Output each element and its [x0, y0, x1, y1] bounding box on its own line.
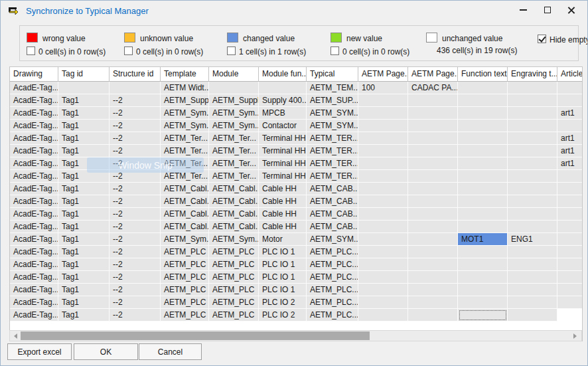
table-cell[interactable]: [508, 82, 557, 94]
table-cell[interactable]: Terminal HH: [259, 170, 307, 183]
table-cell[interactable]: Tag1: [58, 246, 110, 258]
table-cell[interactable]: [209, 82, 259, 94]
table-cell[interactable]: [408, 233, 458, 246]
table-cell[interactable]: Tag1: [58, 208, 110, 221]
table-cell[interactable]: AETM_PLC...: [307, 284, 358, 296]
table-cell[interactable]: Tag1: [58, 271, 110, 284]
table-cell[interactable]: [358, 309, 408, 321]
column-header-7[interactable]: Typical: [307, 67, 358, 82]
table-cell[interactable]: [508, 208, 557, 221]
table-cell[interactable]: [358, 170, 408, 183]
table-cell[interactable]: AETM_PLC: [209, 258, 259, 271]
table-cell[interactable]: AETM_Sym...: [161, 233, 209, 246]
table-cell[interactable]: --2: [110, 309, 161, 321]
table-cell[interactable]: AETM_Ter...: [209, 157, 259, 170]
table-cell[interactable]: --2: [110, 157, 161, 170]
cancel-button[interactable]: Cancel: [139, 343, 202, 360]
table-cell[interactable]: AcadE-Tag...: [10, 132, 58, 145]
table-cell[interactable]: Tag1: [58, 183, 110, 195]
hide-empty-checkbox[interactable]: [538, 35, 546, 43]
table-cell[interactable]: Cable HH: [259, 208, 307, 221]
table-cell[interactable]: [408, 195, 458, 208]
table-cell[interactable]: [557, 94, 582, 107]
table-cell[interactable]: [458, 284, 508, 296]
table-cell[interactable]: [508, 258, 557, 271]
column-header-11[interactable]: Engraving t...: [508, 67, 557, 82]
table-cell[interactable]: PLC IO 2: [259, 309, 307, 321]
table-cell[interactable]: [408, 309, 458, 321]
table-cell[interactable]: PLC IO 2: [259, 296, 307, 309]
table-cell[interactable]: [458, 107, 508, 120]
table-cell[interactable]: Tag1: [58, 258, 110, 271]
table-cell[interactable]: AETM_CAB...: [307, 221, 358, 233]
table-cell[interactable]: [358, 94, 408, 107]
table-cell[interactable]: Tag1: [58, 221, 110, 233]
table-cell[interactable]: AETM_CAB...: [307, 208, 358, 221]
table-cell[interactable]: Tag1: [58, 132, 110, 145]
table-cell[interactable]: Supply 400...: [259, 94, 307, 107]
table-cell[interactable]: AETM_PLC: [209, 296, 259, 309]
table-cell[interactable]: AETM_Ter...: [161, 157, 209, 170]
table-cell[interactable]: AETM_Supply: [209, 94, 259, 107]
table-cell[interactable]: 100: [358, 82, 408, 94]
table-cell[interactable]: [508, 284, 557, 296]
table-cell[interactable]: --2: [110, 296, 161, 309]
table-cell[interactable]: [358, 221, 408, 233]
table-cell[interactable]: [557, 271, 582, 284]
table-cell[interactable]: AcadE-Tag...: [10, 94, 58, 107]
table-cell[interactable]: [508, 120, 557, 132]
table-cell[interactable]: art1: [557, 107, 582, 120]
table-cell[interactable]: [358, 233, 408, 246]
table-cell[interactable]: Terminal HH: [259, 132, 307, 145]
table-cell[interactable]: Tag1: [58, 233, 110, 246]
table-cell[interactable]: [508, 170, 557, 183]
table-cell[interactable]: [358, 145, 408, 157]
table-cell[interactable]: AETM_TER...: [307, 170, 358, 183]
table-cell[interactable]: AETM_PLC...: [307, 296, 358, 309]
table-cell[interactable]: [508, 271, 557, 284]
column-header-1[interactable]: Drawing: [10, 67, 58, 82]
unknown-value-checkbox[interactable]: [124, 46, 133, 55]
table-cell[interactable]: --2: [110, 170, 161, 183]
table-cell[interactable]: [408, 94, 458, 107]
table-cell[interactable]: AETM_TER...: [307, 132, 358, 145]
table-cell[interactable]: [557, 82, 582, 94]
table-cell[interactable]: --2: [110, 221, 161, 233]
table-cell[interactable]: Tag1: [58, 120, 110, 132]
table-cell[interactable]: [408, 296, 458, 309]
table-cell[interactable]: AcadE-Tag...: [10, 82, 58, 94]
table-cell[interactable]: Tag1: [58, 170, 110, 183]
column-header-8[interactable]: AETM Page...: [358, 67, 408, 82]
table-cell[interactable]: PLC IO 1: [259, 284, 307, 296]
table-cell[interactable]: AETM_Cabl...: [209, 221, 259, 233]
column-header-5[interactable]: Module: [209, 67, 259, 82]
table-cell[interactable]: [110, 82, 161, 94]
export-excel-button[interactable]: Export excel: [7, 343, 72, 360]
table-cell[interactable]: AETM_PLC: [161, 284, 209, 296]
table-cell[interactable]: AETM_PLC...: [307, 258, 358, 271]
table-cell[interactable]: AcadE-Tag...: [10, 208, 58, 221]
table-cell[interactable]: [408, 132, 458, 145]
table-cell[interactable]: AETM_TER...: [307, 145, 358, 157]
horizontal-scrollbar[interactable]: [9, 330, 582, 341]
table-cell[interactable]: AcadE-Tag...: [10, 258, 58, 271]
table-cell[interactable]: AcadE-Tag...: [10, 157, 58, 170]
table-cell[interactable]: [508, 296, 557, 309]
table-cell[interactable]: AETM_Cabl...: [161, 195, 209, 208]
table-cell[interactable]: --2: [110, 183, 161, 195]
table-cell[interactable]: [408, 271, 458, 284]
table-cell[interactable]: [557, 120, 582, 132]
table-cell[interactable]: [358, 271, 408, 284]
table-cell[interactable]: [458, 145, 508, 157]
table-cell[interactable]: [508, 132, 557, 145]
table-cell[interactable]: --2: [110, 258, 161, 271]
table-cell[interactable]: [458, 195, 508, 208]
table-cell[interactable]: AETM_Cabl...: [209, 208, 259, 221]
table-cell[interactable]: AcadE-Tag...: [10, 233, 58, 246]
table-cell[interactable]: MPCB: [259, 107, 307, 120]
table-cell[interactable]: Terminal HH: [259, 157, 307, 170]
table-cell[interactable]: [358, 195, 408, 208]
table-cell[interactable]: [408, 221, 458, 233]
table-cell[interactable]: Motor: [259, 233, 307, 246]
table-cell[interactable]: AETM_Cabl...: [161, 208, 209, 221]
